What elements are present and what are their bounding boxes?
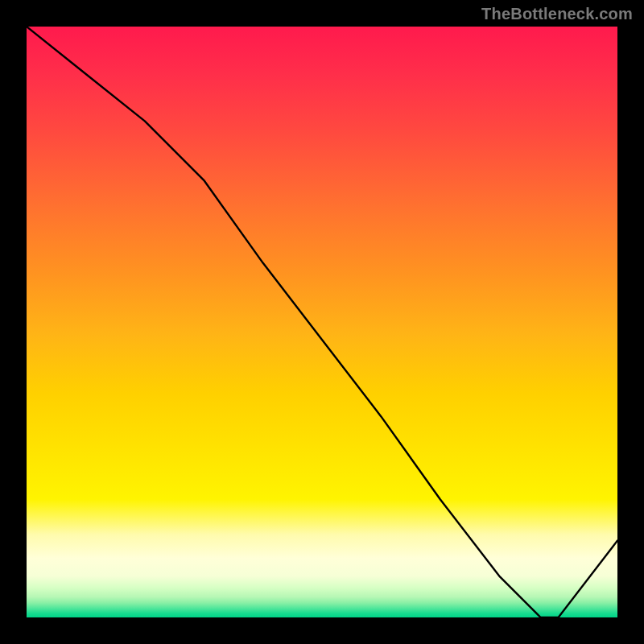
line-series <box>27 27 617 617</box>
plot-area <box>27 27 617 617</box>
chart-container: TheBottleneck.com <box>0 0 644 644</box>
watermark-text: TheBottleneck.com <box>481 5 633 23</box>
